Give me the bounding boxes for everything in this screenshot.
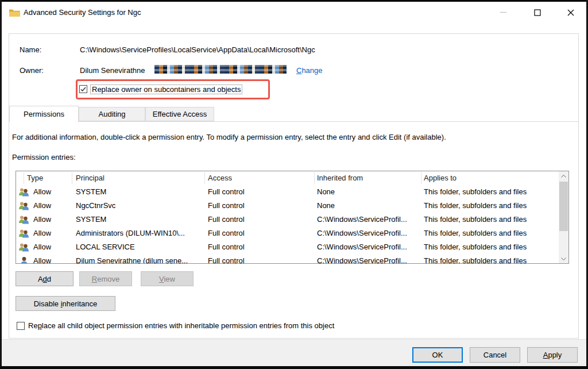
permissions-description: For additional information, double-click… — [12, 133, 572, 141]
checkbox-box[interactable] — [17, 322, 25, 330]
table-row[interactable]: Allow LOCAL SERVICE Full control C:\Wind… — [16, 240, 558, 254]
chevron-down-icon — [561, 257, 566, 260]
users-group-icon — [18, 201, 30, 212]
column-header-principal[interactable]: Principal — [76, 171, 105, 185]
table-row[interactable]: Allow SYSTEM Full control C:\Windows\Ser… — [16, 213, 558, 226]
name-label: Name: — [20, 45, 41, 54]
users-group-icon — [18, 187, 30, 198]
remove-button[interactable]: Remove — [79, 271, 132, 286]
check-icon — [80, 87, 86, 92]
scroll-down-button[interactable] — [559, 254, 568, 263]
users-group-icon — [18, 229, 30, 240]
table-row[interactable]: Allow Dilum Senevirathne (dilum sene... … — [16, 254, 558, 264]
replace-child-checkbox-label: Replace all child object permission entr… — [28, 321, 334, 330]
owner-value: Dilum Senevirathne — [80, 66, 145, 75]
scroll-up-button[interactable] — [559, 171, 568, 180]
titlebar: Advanced Security Settings for Ngc — [2, 2, 586, 23]
window-border — [0, 366, 588, 369]
disable-inheritance-button[interactable]: Disable inheritance — [16, 296, 115, 311]
column-header-type[interactable]: Type — [27, 171, 43, 185]
apply-button[interactable]: Apply — [527, 347, 578, 363]
folder-icon — [9, 8, 20, 19]
replace-child-checkbox[interactable]: Replace all child object permission entr… — [17, 321, 334, 330]
maximize-icon — [534, 9, 541, 16]
scroll-thumb[interactable] — [559, 182, 568, 231]
users-group-icon — [18, 215, 30, 226]
permission-entries-table: Type Principal Access Inherited from App… — [16, 171, 569, 264]
window-border — [0, 0, 2, 369]
column-header-inherited-from[interactable]: Inherited from — [317, 171, 363, 185]
close-button[interactable] — [558, 2, 584, 23]
window-title: Advanced Security Settings for Ngc — [24, 2, 141, 23]
checkbox-box[interactable] — [79, 85, 87, 93]
vertical-scrollbar[interactable] — [559, 171, 568, 263]
cancel-button[interactable]: Cancel — [470, 347, 520, 363]
chevron-up-icon — [561, 175, 566, 178]
table-row[interactable]: Allow NgcCtnrSvc Full control None This … — [16, 199, 558, 213]
replace-owner-checkbox-label: Replace owner on subcontainers and objec… — [91, 85, 242, 94]
table-row[interactable]: Allow Administrators (DILUM-WIN10\... Fu… — [16, 226, 558, 240]
replace-owner-checkbox[interactable]: Replace owner on subcontainers and objec… — [79, 83, 242, 95]
name-value: C:\Windows\ServiceProfiles\LocalService\… — [80, 45, 315, 54]
content-panel: Name: C:\Windows\ServiceProfiles\LocalSe… — [9, 33, 579, 339]
maximize-button[interactable] — [524, 2, 551, 23]
footer: OK Cancel Apply — [2, 339, 586, 366]
owner-label: Owner: — [20, 66, 44, 75]
change-owner-link[interactable]: Change — [296, 66, 323, 75]
minimize-icon — [500, 9, 506, 16]
close-icon — [567, 9, 574, 16]
column-header-applies-to[interactable]: Applies to — [424, 171, 457, 185]
permission-entries-label: Permission entries: — [12, 153, 76, 162]
column-header-access[interactable]: Access — [208, 171, 232, 185]
ok-button[interactable]: OK — [412, 347, 463, 363]
table-row[interactable]: Allow SYSTEM Full control None This fold… — [16, 185, 558, 199]
single-user-icon — [18, 256, 30, 264]
view-button[interactable]: View — [141, 271, 194, 286]
tab-effective-access[interactable]: Effective Access — [145, 107, 214, 121]
users-group-icon — [18, 243, 30, 253]
tab-auditing[interactable]: Auditing — [79, 107, 145, 121]
table-header: Type Principal Access Inherited from App… — [16, 171, 568, 185]
tab-permissions[interactable]: Permissions — [9, 106, 79, 122]
add-button[interactable]: Add — [16, 271, 74, 286]
owner-redacted-pixelation — [154, 65, 287, 74]
tab-strip-divider — [9, 121, 578, 122]
minimize-button[interactable] — [490, 2, 516, 23]
